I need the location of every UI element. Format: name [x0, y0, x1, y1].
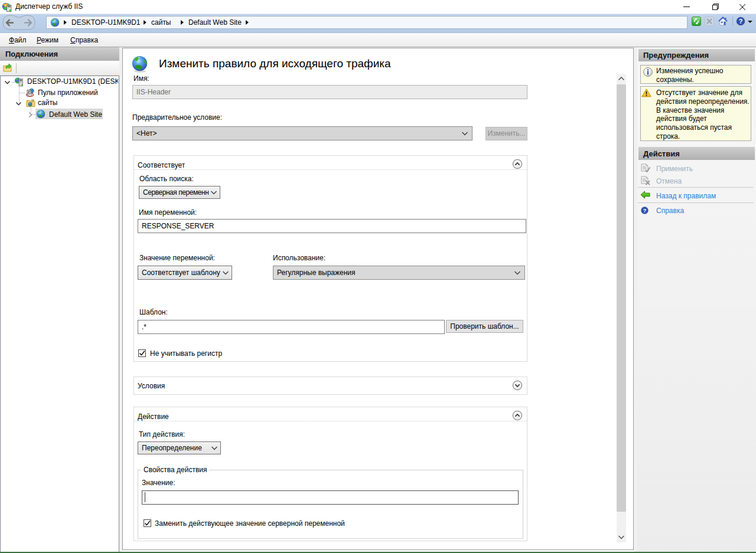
svg-text:?: ? — [643, 208, 647, 214]
svg-text:?: ? — [739, 18, 743, 25]
